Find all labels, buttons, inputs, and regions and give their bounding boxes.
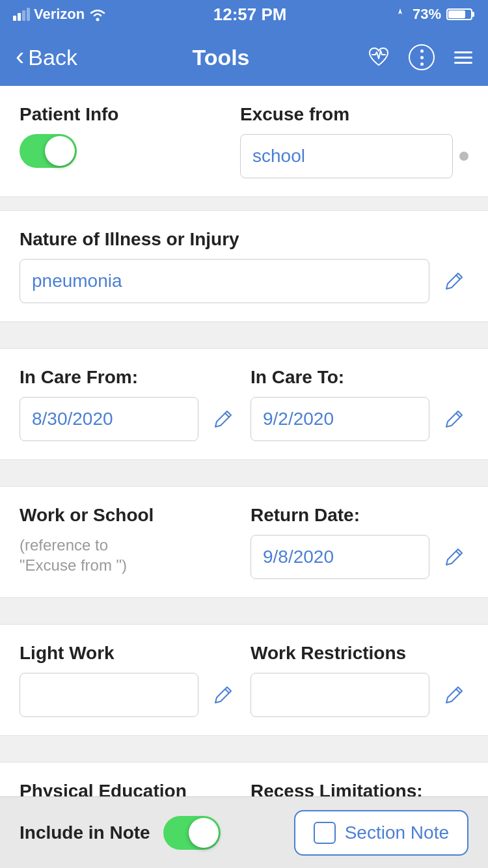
care-from-label: In Care From: (20, 367, 237, 388)
excuse-from-field[interactable]: school (240, 134, 453, 178)
light-work-section: Light Work Work Restrictions (0, 624, 488, 736)
content: Patient Info Excuse from school Nature o… (0, 86, 488, 868)
nav-icons (364, 43, 472, 72)
light-work-field[interactable] (20, 673, 198, 717)
work-restrictions-edit-icon[interactable] (440, 681, 468, 709)
care-to-field-row: 9/2/2020 (251, 397, 468, 441)
include-in-note-toggle[interactable] (163, 816, 221, 850)
nav-bar: ‹ Back Tools (0, 29, 488, 86)
care-to-field[interactable]: 9/2/2020 (251, 397, 429, 441)
section-note-button[interactable]: Section Note (294, 810, 468, 856)
care-from-field[interactable]: 8/30/2020 (20, 397, 198, 441)
return-date-col: Return Date: 9/8/2020 (251, 505, 468, 579)
return-date-value: 9/8/2020 (263, 547, 334, 567)
care-dates-section: In Care From: 8/30/2020 In Care To: (0, 348, 488, 460)
user-menu-icon[interactable] (450, 51, 472, 64)
work-restrictions-field[interactable] (251, 673, 429, 717)
status-time: 12:57 PM (213, 5, 287, 25)
work-school-sublabel: (reference to"Excuse from ") (20, 535, 237, 575)
svg-point-0 (96, 18, 100, 21)
battery-icon (446, 7, 475, 21)
nav-title: Tools (192, 45, 249, 70)
illness-field-row: pneumonia (20, 259, 468, 303)
svg-line-9 (225, 689, 229, 693)
return-date-label: Return Date: (251, 505, 468, 526)
care-dates-cols: In Care From: 8/30/2020 In Care To: (20, 367, 468, 441)
carrier-label: Verizon (34, 6, 85, 23)
patient-info-toggle[interactable] (20, 134, 77, 168)
light-work-col: Light Work (20, 643, 237, 717)
svg-line-7 (456, 413, 460, 417)
excuse-from-row: school (240, 134, 468, 178)
work-restrictions-col: Work Restrictions (251, 643, 468, 717)
care-from-value: 8/30/2020 (32, 409, 113, 429)
back-button[interactable]: ‹ Back (16, 44, 77, 71)
care-to-col: In Care To: 9/2/2020 (251, 367, 468, 441)
illness-field[interactable]: pneumonia (20, 259, 429, 303)
light-work-cols: Light Work Work Restrictions (20, 643, 468, 717)
include-in-note-container: Include in Note (20, 816, 221, 850)
wifi-icon (88, 7, 107, 21)
section-note-checkbox (314, 822, 336, 844)
light-work-field-row (20, 673, 237, 717)
care-from-col: In Care From: 8/30/2020 (20, 367, 237, 441)
svg-rect-3 (448, 10, 465, 18)
illness-edit-icon[interactable] (440, 267, 468, 295)
excuse-from-col: Excuse from school (240, 104, 468, 178)
excuse-from-label: Excuse from (240, 104, 468, 125)
status-left: Verizon (13, 6, 107, 23)
patient-info-label: Patient Info (20, 104, 227, 125)
svg-line-10 (456, 689, 460, 693)
work-restrictions-field-row (251, 673, 468, 717)
work-school-section: Work or School (reference to"Excuse from… (0, 486, 488, 598)
location-icon (393, 7, 407, 21)
work-school-label: Work or School (20, 505, 237, 526)
light-work-label: Light Work (20, 643, 237, 664)
more-options-icon[interactable] (409, 44, 435, 70)
illness-value: pneumonia (32, 271, 122, 292)
health-icon[interactable] (364, 43, 393, 72)
excuse-from-value: school (252, 146, 305, 167)
svg-line-5 (456, 275, 460, 279)
return-date-field-row: 9/8/2020 (251, 535, 468, 579)
include-toggle-knob (189, 818, 219, 848)
care-from-field-row: 8/30/2020 (20, 397, 237, 441)
illness-section: Nature of Illness or Injury pneumonia (0, 210, 488, 322)
patient-info-col: Patient Info (20, 104, 227, 168)
top-section: Patient Info Excuse from school (0, 86, 488, 197)
care-to-label: In Care To: (251, 367, 468, 388)
care-to-edit-icon[interactable] (440, 405, 468, 433)
toggle-knob (45, 136, 75, 166)
care-to-value: 9/2/2020 (263, 409, 334, 429)
care-from-edit-icon[interactable] (209, 405, 237, 433)
work-restrictions-label: Work Restrictions (251, 643, 468, 664)
illness-label: Nature of Illness or Injury (20, 229, 468, 250)
svg-line-6 (225, 413, 229, 417)
svg-line-8 (456, 551, 460, 555)
back-label: Back (28, 45, 77, 70)
status-right: 73% (393, 6, 475, 23)
work-return-cols: Work or School (reference to"Excuse from… (20, 505, 468, 579)
return-date-edit-icon[interactable] (440, 543, 468, 571)
light-work-edit-icon[interactable] (209, 681, 237, 709)
return-date-field[interactable]: 9/8/2020 (251, 535, 429, 579)
bottom-bar: Include in Note Section Note (0, 796, 488, 868)
work-school-col: Work or School (reference to"Excuse from… (20, 505, 237, 575)
include-label: Include in Note (20, 822, 150, 844)
hamburger-icon (454, 51, 472, 64)
back-chevron: ‹ (16, 42, 24, 71)
svg-rect-2 (472, 12, 474, 17)
signal-bars (13, 8, 30, 21)
section-note-label: Section Note (345, 822, 449, 843)
battery-label: 73% (413, 6, 441, 23)
patient-info-toggle-container (20, 134, 227, 168)
excuse-dot-indicator (459, 152, 468, 161)
status-bar: Verizon 12:57 PM 73% (0, 0, 488, 29)
